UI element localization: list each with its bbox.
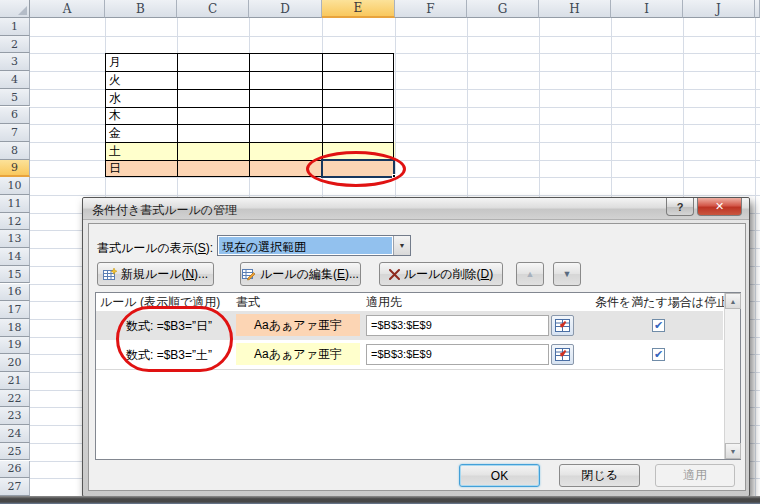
row-header-26[interactable]: 26 xyxy=(0,461,30,479)
row-header-19[interactable]: 19 xyxy=(0,337,30,355)
ok-button[interactable]: OK xyxy=(459,464,540,487)
window-bottom-edge xyxy=(0,496,760,504)
format-preview: Aaあぁアァ亜宇 xyxy=(236,314,360,336)
close-dialog-button[interactable]: 閉じる xyxy=(559,464,640,487)
column-header-i[interactable]: I xyxy=(611,0,683,18)
rules-list-scrollbar[interactable]: ▲ ▼ xyxy=(724,293,740,459)
new-rule-button[interactable]: 新規ルール(N)... xyxy=(97,262,214,286)
grid-line xyxy=(30,36,760,37)
row-header-8[interactable]: 8 xyxy=(0,142,30,160)
row-header-10[interactable]: 10 xyxy=(0,177,30,195)
arrow-down-icon: ▼ xyxy=(563,269,572,279)
row-header-22[interactable]: 22 xyxy=(0,390,30,408)
column-header-g[interactable]: G xyxy=(467,0,539,18)
column-header-format: 書式 xyxy=(236,293,260,311)
conditional-formatting-rules-manager-dialog: 条件付き書式ルールの管理 ? ✕ 書式ルールの表示(S): 現在の選択範囲 ▼ … xyxy=(82,197,750,497)
row-header-20[interactable]: 20 xyxy=(0,354,30,372)
format-preview: Aaあぁアァ亜宇 xyxy=(236,343,360,365)
excel-window: 月火水木金土日ABCDEFGHIJ12345678910111213141516… xyxy=(0,0,760,504)
row-header-12[interactable]: 12 xyxy=(0,213,30,231)
grid-cell-day[interactable]: 月 xyxy=(106,53,166,71)
annotation-ellipse-formulas xyxy=(116,306,233,372)
column-header-f[interactable]: F xyxy=(395,0,467,18)
edit-rule-label: ルールの編集(E)... xyxy=(260,266,359,283)
row-header-25[interactable]: 25 xyxy=(0,443,30,461)
scroll-down-icon[interactable]: ▼ xyxy=(725,443,741,459)
edit-rule-icon xyxy=(242,268,256,281)
grid-cell-day[interactable]: 土 xyxy=(106,142,166,160)
show-rules-label: 書式ルールの表示(S): xyxy=(97,240,213,257)
column-header-d[interactable]: D xyxy=(249,0,322,18)
applies-to-input[interactable]: =$B$3:$E$9 xyxy=(366,315,549,336)
dialog-title: 条件付き書式ルールの管理 xyxy=(92,202,237,219)
help-button[interactable]: ? xyxy=(666,198,694,216)
stop-if-true-checkbox[interactable]: ✔ xyxy=(652,319,665,332)
row-header-18[interactable]: 18 xyxy=(0,319,30,337)
dialog-title-bar[interactable]: 条件付き書式ルールの管理 ? ✕ xyxy=(83,198,749,220)
grid-cell-day[interactable]: 日 xyxy=(106,160,166,178)
rules-scope-dropdown[interactable]: 現在の選択範囲 ▼ xyxy=(217,235,411,256)
grid-line xyxy=(30,195,760,196)
column-header-partial xyxy=(755,0,760,18)
grid-cell-day[interactable]: 金 xyxy=(106,124,166,142)
delete-rule-icon xyxy=(389,269,400,280)
row-header-4[interactable]: 4 xyxy=(0,71,30,89)
help-icon: ? xyxy=(677,201,684,213)
column-header-stop-if-true: 条件を満たす場合は停止 xyxy=(595,293,728,311)
row-header-17[interactable]: 17 xyxy=(0,301,30,319)
edit-rule-button[interactable]: ルールの編集(E)... xyxy=(240,262,361,286)
delete-rule-button[interactable]: ルールの削除(D) xyxy=(379,262,503,286)
row-header-3[interactable]: 3 xyxy=(0,53,30,71)
move-rule-up-button[interactable]: ▲ xyxy=(516,262,544,286)
close-button[interactable]: ✕ xyxy=(697,198,742,216)
row-header-14[interactable]: 14 xyxy=(0,248,30,266)
dialog-content: 書式ルールの表示(S): 現在の選択範囲 ▼ 新規ルール(N)... ルールの編… xyxy=(88,223,746,491)
row-header-23[interactable]: 23 xyxy=(0,407,30,425)
select-all-button[interactable] xyxy=(0,0,30,18)
row-header-9[interactable]: 9 xyxy=(0,160,30,178)
apply-button: 適用 xyxy=(655,464,735,487)
move-rule-down-button[interactable]: ▼ xyxy=(553,262,581,286)
row-header-15[interactable]: 15 xyxy=(0,266,30,284)
range-selector-button[interactable] xyxy=(551,315,574,336)
column-header-c[interactable]: C xyxy=(177,0,249,18)
column-header-h[interactable]: H xyxy=(539,0,611,18)
row-header-21[interactable]: 21 xyxy=(0,372,30,390)
delete-rule-label: ルールの削除(D) xyxy=(404,266,494,283)
grid-cell-day[interactable]: 火 xyxy=(106,71,166,89)
range-selector-button[interactable] xyxy=(551,344,574,365)
row-header-7[interactable]: 7 xyxy=(0,124,30,142)
column-header-e[interactable]: E xyxy=(322,0,395,18)
row-header-24[interactable]: 24 xyxy=(0,425,30,443)
rules-scope-value: 現在の選択範囲 xyxy=(219,237,392,254)
row-header-11[interactable]: 11 xyxy=(0,195,30,213)
scroll-up-icon[interactable]: ▲ xyxy=(725,293,741,309)
row-header-1[interactable]: 1 xyxy=(0,18,30,36)
column-header-j[interactable]: J xyxy=(683,0,755,18)
row-header-6[interactable]: 6 xyxy=(0,107,30,125)
close-icon: ✕ xyxy=(715,200,724,213)
row-header-13[interactable]: 13 xyxy=(0,230,30,248)
row-header-2[interactable]: 2 xyxy=(0,36,30,54)
new-rule-label: 新規ルール(N)... xyxy=(121,266,208,283)
column-header-b[interactable]: B xyxy=(105,0,177,18)
grid-cell-day[interactable]: 水 xyxy=(106,89,166,107)
new-rule-icon xyxy=(103,268,117,281)
grid-cell-day[interactable]: 木 xyxy=(106,107,166,125)
row-header-5[interactable]: 5 xyxy=(0,89,30,107)
chevron-down-icon[interactable]: ▼ xyxy=(393,236,410,255)
column-header-applies-to: 適用先 xyxy=(366,293,402,311)
arrow-up-icon: ▲ xyxy=(526,269,535,279)
column-header-a[interactable]: A xyxy=(30,0,105,18)
applies-to-input[interactable]: =$B$3:$E$9 xyxy=(366,344,549,365)
stop-if-true-checkbox[interactable]: ✔ xyxy=(652,348,665,361)
row-header-16[interactable]: 16 xyxy=(0,284,30,302)
annotation-ellipse-e9 xyxy=(306,151,406,187)
row-header-27[interactable]: 27 xyxy=(0,478,30,496)
